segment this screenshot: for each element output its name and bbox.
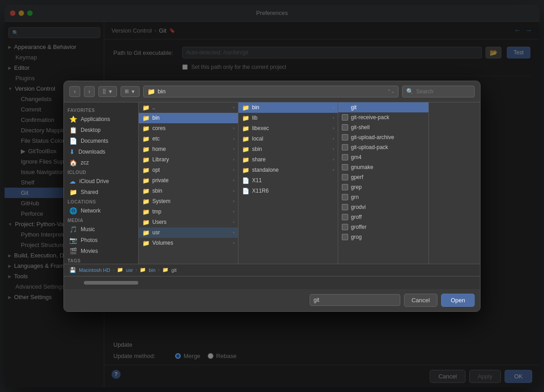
fd-col1-item-library[interactable]: 📁 Library › [139,155,238,165]
file-icon [342,104,348,111]
fd-grid-view-button[interactable]: ⊞ ▼ [121,86,140,97]
fd-right-item-grodvi[interactable]: grodvi [338,202,428,212]
fd-sidebar-music[interactable]: 🎵 Music [64,224,138,235]
fd-sidebar-icloud-drive[interactable]: ☁ iCloud Drive [64,176,138,187]
column-view-icon: ⣿ [102,88,106,94]
fd-col1-item-system[interactable]: 📁 System › [139,196,238,207]
disk-icon: 💾 [69,267,76,273]
fd-location-dropdown[interactable]: 📁 bin ⌃⌄ [143,86,398,97]
fd-back-button[interactable]: ‹ [69,86,80,97]
fd-right-item-git-receive-pack[interactable]: git-receive-pack [338,112,428,122]
fd-scrollbar-thumb[interactable] [84,281,138,285]
fd-filename-input[interactable] [310,294,400,306]
fd-col2-item-lib[interactable]: 📁 lib › [238,113,338,123]
fd-buttons-row: Cancel Open [64,289,480,311]
fd-sidebar-documents[interactable]: 📄 Documents [64,136,138,146]
location-folder-icon: 📁 [147,88,155,95]
fd-right-item-gperf-label: gperf [351,174,363,180]
fd-col1-item-bin[interactable]: 📁 bin › [139,113,238,123]
fd-col1-item-library-label: Library [152,156,169,163]
fd-sidebar-desktop-label: Desktop [81,127,101,133]
fd-right-item-grep-label: grep [351,184,362,190]
fd-col1-item-private[interactable]: 📁 private › [139,175,238,186]
chevron-right-icon: › [333,116,334,120]
fd-col2-item-x11[interactable]: 📄 X11 [238,175,338,186]
fd-right-item-git-upload-pack[interactable]: git-upload-pack [338,142,428,152]
fd-search-container[interactable]: 🔍 [402,86,475,97]
file-icon [342,134,348,140]
fd-media-label: Media [64,216,138,224]
fd-sidebar-applications[interactable]: ⭐ Applications [64,114,138,125]
fd-search-input[interactable] [416,88,471,95]
fd-col1-item-dotdot[interactable]: 📁 .. › [139,102,238,113]
fd-sidebar-movies[interactable]: 🎬 Movies [64,246,138,256]
fd-path-bin: bin [149,267,155,273]
fd-col2-item-sbin[interactable]: 📁 sbin › [238,144,338,155]
fd-right-item-groff[interactable]: groff [338,212,428,222]
fd-sidebar-shared[interactable]: 📁 Shared [64,187,138,198]
fd-forward-button[interactable]: › [84,86,95,97]
fd-col1-item-home[interactable]: 📁 home › [139,144,238,155]
fd-col2-item-libexec[interactable]: 📁 libexec › [238,123,338,134]
fd-path-chevron-1: › [113,268,114,272]
file-icon: 📄 [242,188,249,194]
fd-col2-item-bin[interactable]: 📁 bin › [238,102,338,113]
documents-icon: 📄 [69,137,77,145]
chevron-right-icon: › [233,209,234,214]
fd-cancel-button[interactable]: Cancel [404,294,437,307]
file-icon [342,124,348,131]
fd-right-item-grog[interactable]: grog [338,232,428,242]
fd-col2-item-share[interactable]: 📁 share › [238,155,338,165]
fd-col1-item-volumes[interactable]: 📁 Volumes › [139,238,238,248]
fd-sidebar-zcz[interactable]: 🏠 zcz [64,157,138,168]
fd-sidebar-downloads[interactable]: ⬇ Downloads [64,146,138,157]
home-icon: 🏠 [69,159,77,166]
fd-col2-item-standalone[interactable]: 📁 standalone › [238,165,338,175]
fd-right-item-groffer-label: groffer [351,224,366,230]
fd-col1-item-etc[interactable]: 📁 etc › [139,134,238,144]
fd-right-item-gm4[interactable]: gm4 [338,152,428,162]
fd-right-item-groffer[interactable]: groffer [338,222,428,232]
file-dialog-toolbar: ‹ › ⣿ ▼ ⊞ ▼ 📁 bin ⌃⌄ 🔍 [64,81,480,102]
fd-col1-item-sbin[interactable]: 📁 sbin › [139,186,238,196]
fd-col2-item-x11r6[interactable]: 📄 X11R6 [238,186,338,196]
fd-right-item-git-shell[interactable]: git-shell [338,122,428,132]
fd-right-item-gnumake[interactable]: gnumake [338,162,428,172]
fd-sidebar-network[interactable]: 🌐 Network [64,205,138,216]
fd-path-usr: usr [126,267,133,273]
folder-icon: 📁 [142,136,150,142]
fd-col1-item-tmp[interactable]: 📁 tmp › [139,207,238,217]
fd-column-view-button[interactable]: ⣿ ▼ [98,86,117,97]
fd-right-item-gperf[interactable]: gperf [338,172,428,182]
fd-sidebar-downloads-label: Downloads [78,149,105,155]
fd-col1-item-usr[interactable]: 📁 usr › [139,227,238,238]
folder-icon: 📁 [142,125,150,132]
fd-right-item-git[interactable]: git [338,102,428,112]
fd-col2-item-libexec-label: libexec [252,125,269,131]
chevron-right-icon: › [333,105,334,110]
fd-open-button[interactable]: Open [441,294,475,307]
fd-right-item-git-upload-archive[interactable]: git-upload-archive [338,132,428,142]
fd-col1-item-opt[interactable]: 📁 opt › [139,165,238,175]
fd-sidebar-applications-label: Applications [81,116,110,122]
chevron-right-icon: › [233,116,234,120]
fd-path-git: git [171,267,177,273]
fd-sidebar-desktop[interactable]: 📋 Desktop [64,125,138,136]
fd-col2-item-local-label: local [252,136,263,142]
fd-path-chevron-2: › [136,268,137,272]
fd-right-item-grn[interactable]: grn [338,192,428,202]
chevron-right-icon: › [333,157,334,162]
fd-col1-item-users[interactable]: 📁 Users › [139,217,238,227]
fd-col2-item-local[interactable]: 📁 local › [238,134,338,144]
fd-path-bar: 💾 Macintosh HD › 📁 usr › 📁 bin › 📁 git [64,264,480,276]
file-icon [342,144,348,150]
fd-right-item-grep[interactable]: grep [338,182,428,192]
fd-col1-item-cores[interactable]: 📁 cores › [139,123,238,134]
fd-col1-item-sbin-label: sbin [152,188,162,194]
fd-sidebar-photos[interactable]: 📷 Photos [64,235,138,246]
chevron-right-icon: › [333,126,334,131]
fd-scrollbar[interactable] [75,281,469,285]
network-icon: 🌐 [69,207,77,214]
applications-icon: ⭐ [69,116,77,123]
fd-sidebar-zcz-label: zcz [81,160,89,166]
